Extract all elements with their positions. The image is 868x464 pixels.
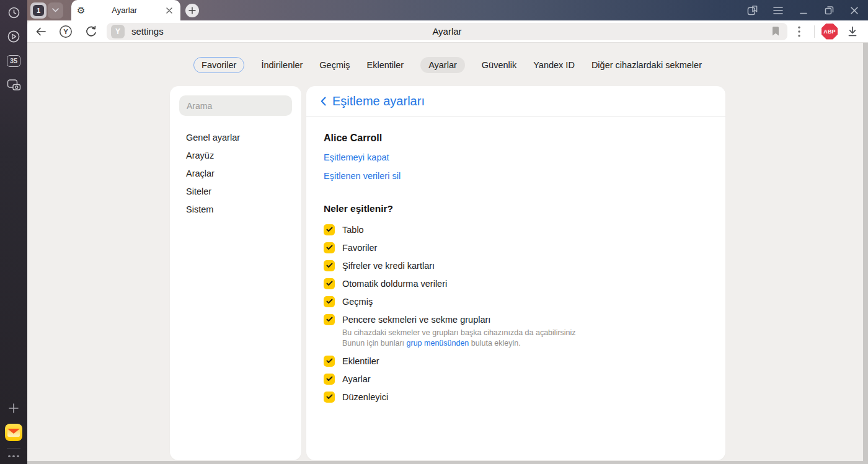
sync-item-label: Otomatik doldurma verileri: [342, 279, 447, 289]
downloads-icon[interactable]: [844, 24, 861, 40]
checkbox-checked-icon[interactable]: [324, 260, 335, 271]
back-icon[interactable]: [33, 24, 49, 40]
sync-item-label: Şifreler ve kredi kartları: [342, 261, 435, 271]
group-menu-link[interactable]: grup menüsünden: [407, 339, 469, 348]
window-bottom-edge: [27, 461, 868, 464]
sync-item-otomatik-doldurma: Otomatik doldurma verileri: [324, 274, 708, 292]
settings-gear-icon: ⚙: [77, 6, 85, 15]
checkbox-checked-icon[interactable]: [324, 356, 335, 367]
favicon-letter: Y: [115, 27, 120, 36]
panel-header: Eşitleme ayarları: [306, 86, 725, 117]
browser-toolbar: Y Y settings Ayarlar ABP: [27, 20, 868, 43]
back-chevron-icon[interactable]: [316, 95, 330, 108]
restore-window-icon[interactable]: [823, 5, 835, 16]
description-line-2-suffix: buluta ekleyin.: [469, 339, 520, 348]
play-media-icon[interactable]: [6, 28, 22, 45]
sync-item-label: Favoriler: [342, 243, 377, 253]
sync-item-label: Pencere sekmeleri ve sekme grupları: [342, 315, 490, 325]
rail-divider: [7, 448, 20, 449]
sync-item-gecmis: Geçmiş: [324, 292, 708, 310]
settings-nav-tabs: Favoriler İndirilenler Geçmiş Eklentiler…: [27, 57, 868, 73]
tab-counter-value: 1: [33, 5, 44, 16]
history-clock-icon[interactable]: [6, 4, 22, 20]
sync-item-label: Düzenleyici: [342, 392, 388, 402]
page-favicon: Y: [111, 25, 125, 38]
sync-item-pencere-sekmeleri: Pencere sekmeleri ve sekme grupları: [324, 310, 708, 328]
reload-icon[interactable]: [82, 24, 99, 40]
sync-settings-panel: Eşitleme ayarları Alice Carroll Eşitleme…: [306, 86, 725, 460]
sync-items-list: Tablo Favoriler Şifreler ve kredi kartla…: [324, 221, 708, 406]
checkbox-checked-icon[interactable]: [324, 314, 335, 325]
checkbox-checked-icon[interactable]: [324, 392, 335, 403]
sync-section-title: Neler eşitlenir?: [324, 203, 708, 214]
sync-item-duzenleyici: Düzenleyici: [324, 388, 708, 406]
toolbar-divider: [814, 25, 815, 38]
nav-tab-eklentiler[interactable]: Eklentiler: [367, 60, 404, 70]
active-tab[interactable]: ⚙ Ayarlar: [71, 0, 180, 20]
toolbar-extensions-area: ABP: [791, 24, 861, 40]
sync-item-label: Eklentiler: [342, 356, 379, 366]
page-title: Ayarlar: [432, 26, 461, 37]
sync-item-tablo: Tablo: [324, 221, 708, 239]
new-tab-button[interactable]: [185, 4, 199, 17]
nav-tab-guvenlik[interactable]: Güvenlik: [482, 60, 516, 70]
minimize-icon[interactable]: [798, 5, 809, 16]
delete-synced-data-link[interactable]: Eşitlenen verileri sil: [324, 170, 401, 182]
nav-tab-favoriler[interactable]: Favoriler: [193, 57, 244, 73]
sync-item-ayarlar: Ayarlar: [324, 370, 708, 388]
sidebar-item-arayuz[interactable]: Arayüz: [186, 151, 301, 161]
window-scrollbar[interactable]: [863, 43, 868, 461]
checkbox-checked-icon[interactable]: [324, 296, 335, 307]
sidebar-item-genel-ayarlar[interactable]: Genel ayarlar: [186, 133, 301, 143]
sync-item-favoriler: Favoriler: [324, 239, 708, 256]
screenshot-icon[interactable]: [6, 77, 22, 93]
abp-label: ABP: [823, 28, 836, 35]
yandex-services-icon[interactable]: Y: [58, 24, 74, 40]
sidebar-item-sistem[interactable]: Sistem: [186, 204, 301, 215]
settings-page: Favoriler İndirilenler Geçmiş Eklentiler…: [27, 43, 868, 461]
more-options-dots-icon[interactable]: [8, 453, 19, 460]
address-bar[interactable]: Y settings Ayarlar: [107, 23, 787, 40]
window-controls: [747, 0, 860, 20]
close-window-icon[interactable]: [849, 5, 860, 16]
sidebar-item-siteler[interactable]: Siteler: [186, 186, 301, 197]
sync-item-sifreler: Şifreler ve kredi kartları: [324, 256, 708, 274]
sync-item-label: Ayarlar: [342, 374, 371, 384]
tab-strip: 1 ⚙ Ayarlar: [27, 0, 868, 20]
svg-text:Y: Y: [63, 28, 68, 35]
checkbox-checked-icon[interactable]: [324, 242, 335, 253]
nav-tab-yandex-id[interactable]: Yandex ID: [533, 60, 575, 70]
side-panels-icon[interactable]: [747, 5, 758, 16]
add-panel-plus-icon[interactable]: [6, 400, 22, 416]
tab-count-badge[interactable]: 35: [6, 53, 22, 69]
url-text[interactable]: settings: [131, 26, 164, 37]
tab-count-badge-value: 35: [7, 55, 20, 67]
side-rail: 35: [0, 0, 27, 464]
yandex-mail-icon[interactable]: [5, 424, 22, 441]
account-name: Alice Carroll: [324, 132, 708, 144]
sidebar-item-araclar[interactable]: Araçlar: [186, 169, 301, 179]
nav-tab-indirilenler[interactable]: İndirilenler: [261, 60, 303, 70]
nav-tab-ayarlar[interactable]: Ayarlar: [420, 57, 465, 73]
description-line-2-prefix: Bunun için bunları: [342, 339, 407, 348]
sync-item-eklentiler: Eklentiler: [324, 352, 708, 370]
tab-list-chevron-icon[interactable]: [48, 2, 63, 19]
bookmark-icon[interactable]: [768, 24, 783, 39]
settings-sidebar: Genel ayarlar Arayüz Araçlar Siteler Sis…: [170, 86, 301, 460]
description-line-1: Bu cihazdaki sekmeler ve grupları başka …: [342, 328, 576, 337]
tab-counter-button[interactable]: 1: [30, 2, 46, 19]
nav-tab-diger-cihazlar[interactable]: Diğer cihazlardaki sekmeler: [591, 60, 702, 70]
kebab-menu-icon[interactable]: [791, 24, 807, 40]
disable-sync-link[interactable]: Eşitlemeyi kapat: [324, 152, 389, 163]
adblock-abp-icon[interactable]: ABP: [822, 24, 838, 40]
tab-close-icon[interactable]: [164, 5, 175, 16]
nav-tab-gecmis[interactable]: Geçmiş: [319, 60, 350, 70]
checkbox-checked-icon[interactable]: [324, 278, 335, 289]
panel-title: Eşitleme ayarları: [332, 94, 425, 108]
search-input[interactable]: [179, 95, 292, 116]
checkbox-checked-icon[interactable]: [324, 374, 335, 385]
menu-hamburger-icon[interactable]: [773, 5, 784, 16]
tab-title: Ayarlar: [85, 6, 164, 15]
checkbox-checked-icon[interactable]: [324, 224, 335, 235]
sync-item-label: Tablo: [342, 225, 364, 235]
